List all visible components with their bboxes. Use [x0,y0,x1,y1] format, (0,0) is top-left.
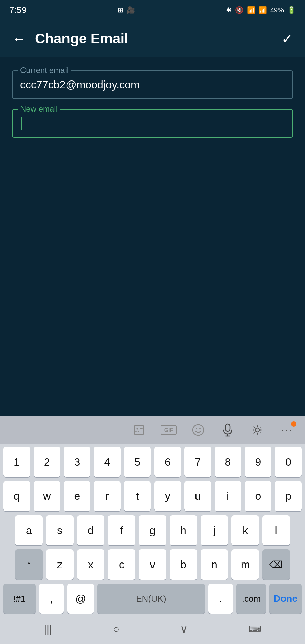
key-b[interactable]: b [170,549,197,580]
key-i[interactable]: i [215,481,242,511]
key-q[interactable]: q [3,481,30,511]
key-w[interactable]: w [34,481,60,511]
svg-point-10 [255,428,259,432]
status-icons: ⊞ 🎥 [118,6,135,14]
sticker-icon[interactable] [129,420,149,440]
wifi-icon: 📶 [247,6,255,14]
key-9[interactable]: 9 [245,447,271,477]
camera-icon: 🎥 [127,6,135,14]
key-k[interactable]: k [231,515,259,545]
svg-rect-7 [225,424,230,431]
text-cursor [21,117,22,130]
asdf-row: a s d f g h j k l [3,515,302,545]
svg-text:GIF: GIF [164,427,173,433]
page-title: Change Email [35,31,281,47]
zxcv-row: ↑ z x c v b n m ⌫ [3,549,302,580]
nav-back-button[interactable]: ||| [34,620,62,639]
svg-point-6 [199,428,201,429]
key-v[interactable]: v [139,549,166,580]
svg-point-1 [137,428,138,430]
hashtag-icon: ⊞ [118,6,123,14]
svg-point-5 [196,428,197,429]
mute-icon: 🔇 [235,6,244,14]
gif-icon[interactable]: GIF [159,420,179,440]
key-o[interactable]: o [245,481,271,511]
current-email-label: Current email [18,66,71,75]
key-l[interactable]: l [262,515,290,545]
key-4[interactable]: 4 [94,447,121,477]
svg-rect-0 [134,425,144,435]
more-options-icon[interactable]: ··· [277,420,297,440]
key-m[interactable]: m [231,549,259,580]
key-p[interactable]: p [275,481,302,511]
new-email-label: New email [18,104,60,114]
key-j[interactable]: j [201,515,228,545]
key-h[interactable]: h [170,515,197,545]
status-right: ✱ 🔇 📶 📶 49% 🔋 [226,6,296,14]
app-bar: ← Change Email ✓ [0,20,305,57]
nav-bar: ||| ○ ∨ ⌨ [0,614,305,644]
key-0[interactable]: 0 [275,447,302,477]
key-t[interactable]: t [124,481,151,511]
notification-dot [291,421,296,427]
nav-keyboard-button[interactable]: ⌨ [238,621,271,638]
key-comma[interactable]: , [39,584,64,614]
key-period[interactable]: . [208,584,233,614]
key-1[interactable]: 1 [3,447,30,477]
key-n[interactable]: n [201,549,228,580]
delete-key[interactable]: ⌫ [262,549,290,580]
key-y[interactable]: y [154,481,181,511]
key-z[interactable]: z [46,549,74,580]
microphone-icon[interactable] [218,420,238,440]
space-key[interactable]: EN(UK) [97,584,205,614]
battery-percent: 49% [270,6,284,14]
key-r[interactable]: r [94,481,121,511]
current-email-field: Current email ccc77cb2@moodjoy.com [12,70,293,99]
bluetooth-icon: ✱ [226,6,232,14]
key-a[interactable]: a [15,515,43,545]
new-email-input[interactable] [20,116,285,131]
status-bar: 7:59 ⊞ 🎥 ✱ 🔇 📶 📶 49% 🔋 [0,0,305,20]
keyboard-rows: 1 2 3 4 5 6 7 8 9 0 q w e r t y u i o p … [0,444,305,614]
key-5[interactable]: 5 [124,447,151,477]
battery-icon: 🔋 [287,6,296,14]
done-key[interactable]: Done [269,584,302,614]
key-f[interactable]: f [108,515,135,545]
key-6[interactable]: 6 [154,447,181,477]
keyboard: GIF [0,416,305,644]
number-row: 1 2 3 4 5 6 7 8 9 0 [3,447,302,477]
key-x[interactable]: x [77,549,104,580]
nav-down-button[interactable]: ∨ [170,619,198,639]
key-e[interactable]: e [64,481,91,511]
key-at[interactable]: @ [67,584,94,614]
confirm-button[interactable]: ✓ [281,31,293,47]
symbols-key[interactable]: !#1 [3,584,36,614]
key-s[interactable]: s [46,515,74,545]
key-u[interactable]: u [184,481,211,511]
new-email-field[interactable]: New email [12,109,293,138]
dotcom-key[interactable]: .com [236,584,266,614]
back-button[interactable]: ← [12,32,26,45]
key-d[interactable]: d [77,515,104,545]
bottom-row: !#1 , @ EN(UK) . .com Done [3,584,302,614]
nav-home-button[interactable]: ○ [103,620,129,639]
key-c[interactable]: c [108,549,135,580]
shift-key[interactable]: ↑ [15,549,43,580]
key-2[interactable]: 2 [34,447,60,477]
key-7[interactable]: 7 [184,447,211,477]
key-3[interactable]: 3 [64,447,91,477]
current-email-value: ccc77cb2@moodjoy.com [20,77,285,92]
status-time: 7:59 [9,5,27,15]
qwerty-row: q w e r t y u i o p [3,481,302,511]
key-g[interactable]: g [139,515,166,545]
svg-point-4 [193,425,204,435]
settings-icon[interactable] [247,420,267,440]
keyboard-toolbar: GIF [0,416,305,444]
content-area: Current email ccc77cb2@moodjoy.com New e… [0,57,305,416]
emoji-icon[interactable] [188,420,208,440]
signal-icon: 📶 [259,6,267,14]
key-8[interactable]: 8 [215,447,242,477]
